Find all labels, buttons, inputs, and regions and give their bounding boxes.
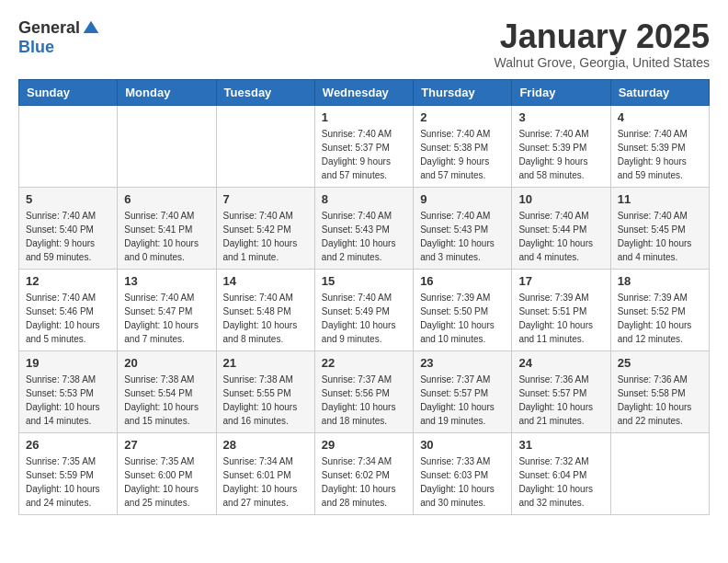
day-info: Sunrise: 7:40 AM Sunset: 5:48 PM Dayligh… <box>223 291 308 346</box>
day-number: 23 <box>420 356 505 370</box>
weekday-header-sunday: Sunday <box>19 79 118 105</box>
weekday-header-saturday: Saturday <box>610 79 709 105</box>
calendar-cell: 3Sunrise: 7:40 AM Sunset: 5:39 PM Daylig… <box>512 105 610 187</box>
day-number: 25 <box>618 356 702 370</box>
calendar-cell: 28Sunrise: 7:34 AM Sunset: 6:01 PM Dayli… <box>216 432 314 514</box>
calendar-cell: 30Sunrise: 7:33 AM Sunset: 6:03 PM Dayli… <box>414 432 512 514</box>
calendar-cell: 2Sunrise: 7:40 AM Sunset: 5:38 PM Daylig… <box>414 105 512 187</box>
week-row-3: 12Sunrise: 7:40 AM Sunset: 5:46 PM Dayli… <box>19 269 710 350</box>
day-info: Sunrise: 7:40 AM Sunset: 5:39 PM Dayligh… <box>518 127 603 182</box>
day-info: Sunrise: 7:40 AM Sunset: 5:47 PM Dayligh… <box>124 291 209 346</box>
svg-marker-0 <box>84 20 99 32</box>
day-number: 13 <box>124 274 209 288</box>
day-number: 6 <box>124 192 209 206</box>
calendar-cell: 6Sunrise: 7:40 AM Sunset: 5:41 PM Daylig… <box>118 187 216 269</box>
day-info: Sunrise: 7:39 AM Sunset: 5:52 PM Dayligh… <box>618 291 702 346</box>
calendar-cell: 4Sunrise: 7:40 AM Sunset: 5:39 PM Daylig… <box>610 105 709 187</box>
weekday-header-tuesday: Tuesday <box>216 79 314 105</box>
day-number: 19 <box>26 356 110 370</box>
day-number: 2 <box>420 110 505 124</box>
day-number: 4 <box>618 110 702 124</box>
calendar-cell: 27Sunrise: 7:35 AM Sunset: 6:00 PM Dayli… <box>118 432 216 514</box>
day-info: Sunrise: 7:35 AM Sunset: 6:00 PM Dayligh… <box>124 454 209 510</box>
calendar-cell: 23Sunrise: 7:37 AM Sunset: 5:57 PM Dayli… <box>414 350 512 432</box>
weekday-header-friday: Friday <box>512 79 610 105</box>
day-number: 14 <box>223 274 308 288</box>
day-number: 8 <box>322 192 406 206</box>
calendar-cell: 16Sunrise: 7:39 AM Sunset: 5:50 PM Dayli… <box>414 269 512 350</box>
day-info: Sunrise: 7:40 AM Sunset: 5:43 PM Dayligh… <box>420 209 505 264</box>
weekday-header-thursday: Thursday <box>414 79 512 105</box>
title-section: January 2025 Walnut Grove, Georgia, Unit… <box>495 18 710 70</box>
day-number: 31 <box>518 438 603 452</box>
day-number: 3 <box>518 110 603 124</box>
calendar-cell: 11Sunrise: 7:40 AM Sunset: 5:45 PM Dayli… <box>610 187 709 269</box>
day-info: Sunrise: 7:36 AM Sunset: 5:58 PM Dayligh… <box>618 373 702 428</box>
day-number: 21 <box>223 356 308 370</box>
calendar-cell: 9Sunrise: 7:40 AM Sunset: 5:43 PM Daylig… <box>414 187 512 269</box>
day-number: 7 <box>223 192 308 206</box>
calendar-cell: 19Sunrise: 7:38 AM Sunset: 5:53 PM Dayli… <box>19 350 118 432</box>
day-info: Sunrise: 7:34 AM Sunset: 6:02 PM Dayligh… <box>322 454 406 510</box>
logo: General Blue <box>18 18 100 57</box>
calendar-cell: 17Sunrise: 7:39 AM Sunset: 5:51 PM Dayli… <box>512 269 610 350</box>
calendar-cell: 26Sunrise: 7:35 AM Sunset: 5:59 PM Dayli… <box>19 432 118 514</box>
calendar-cell: 21Sunrise: 7:38 AM Sunset: 5:55 PM Dayli… <box>216 350 314 432</box>
weekday-header-wednesday: Wednesday <box>314 79 413 105</box>
day-number: 29 <box>322 438 406 452</box>
day-info: Sunrise: 7:36 AM Sunset: 5:57 PM Dayligh… <box>518 373 603 428</box>
day-info: Sunrise: 7:37 AM Sunset: 5:57 PM Dayligh… <box>420 373 505 428</box>
location: Walnut Grove, Georgia, United States <box>495 55 710 70</box>
day-number: 27 <box>124 438 209 452</box>
day-info: Sunrise: 7:38 AM Sunset: 5:53 PM Dayligh… <box>26 373 110 428</box>
day-info: Sunrise: 7:35 AM Sunset: 5:59 PM Dayligh… <box>26 454 110 510</box>
calendar-cell: 24Sunrise: 7:36 AM Sunset: 5:57 PM Dayli… <box>512 350 610 432</box>
calendar-cell: 15Sunrise: 7:40 AM Sunset: 5:49 PM Dayli… <box>314 269 413 350</box>
day-number: 11 <box>618 192 702 206</box>
calendar-cell: 13Sunrise: 7:40 AM Sunset: 5:47 PM Dayli… <box>118 269 216 350</box>
logo-blue-text: Blue <box>18 38 54 57</box>
calendar-cell: 29Sunrise: 7:34 AM Sunset: 6:02 PM Dayli… <box>314 432 413 514</box>
day-number: 9 <box>420 192 505 206</box>
day-number: 22 <box>322 356 406 370</box>
calendar-cell: 5Sunrise: 7:40 AM Sunset: 5:40 PM Daylig… <box>19 187 118 269</box>
week-row-4: 19Sunrise: 7:38 AM Sunset: 5:53 PM Dayli… <box>19 350 710 432</box>
day-info: Sunrise: 7:40 AM Sunset: 5:43 PM Dayligh… <box>322 209 406 264</box>
day-info: Sunrise: 7:40 AM Sunset: 5:45 PM Dayligh… <box>618 209 702 264</box>
calendar-cell <box>216 105 314 187</box>
day-number: 12 <box>26 274 110 288</box>
day-number: 24 <box>518 356 603 370</box>
day-number: 15 <box>322 274 406 288</box>
week-row-5: 26Sunrise: 7:35 AM Sunset: 5:59 PM Dayli… <box>19 432 710 514</box>
calendar-cell: 18Sunrise: 7:39 AM Sunset: 5:52 PM Dayli… <box>610 269 709 350</box>
day-info: Sunrise: 7:40 AM Sunset: 5:37 PM Dayligh… <box>322 127 406 182</box>
calendar-cell: 14Sunrise: 7:40 AM Sunset: 5:48 PM Dayli… <box>216 269 314 350</box>
weekday-header-monday: Monday <box>118 79 216 105</box>
day-info: Sunrise: 7:34 AM Sunset: 6:01 PM Dayligh… <box>223 454 308 510</box>
day-number: 20 <box>124 356 209 370</box>
day-number: 16 <box>420 274 505 288</box>
day-info: Sunrise: 7:40 AM Sunset: 5:44 PM Dayligh… <box>518 209 603 264</box>
calendar-cell: 7Sunrise: 7:40 AM Sunset: 5:42 PM Daylig… <box>216 187 314 269</box>
day-info: Sunrise: 7:33 AM Sunset: 6:03 PM Dayligh… <box>420 454 505 510</box>
day-info: Sunrise: 7:38 AM Sunset: 5:54 PM Dayligh… <box>124 373 209 428</box>
day-info: Sunrise: 7:40 AM Sunset: 5:40 PM Dayligh… <box>26 209 110 264</box>
day-info: Sunrise: 7:38 AM Sunset: 5:55 PM Dayligh… <box>223 373 308 428</box>
day-info: Sunrise: 7:39 AM Sunset: 5:50 PM Dayligh… <box>420 291 505 346</box>
calendar-cell <box>19 105 118 187</box>
day-info: Sunrise: 7:40 AM Sunset: 5:38 PM Dayligh… <box>420 127 505 182</box>
day-info: Sunrise: 7:40 AM Sunset: 5:41 PM Dayligh… <box>124 209 209 264</box>
day-info: Sunrise: 7:37 AM Sunset: 5:56 PM Dayligh… <box>322 373 406 428</box>
day-number: 5 <box>26 192 110 206</box>
calendar-cell <box>118 105 216 187</box>
day-info: Sunrise: 7:40 AM Sunset: 5:42 PM Dayligh… <box>223 209 308 264</box>
weekday-header-row: SundayMondayTuesdayWednesdayThursdayFrid… <box>19 79 710 105</box>
calendar-cell: 12Sunrise: 7:40 AM Sunset: 5:46 PM Dayli… <box>19 269 118 350</box>
day-number: 18 <box>618 274 702 288</box>
week-row-1: 1Sunrise: 7:40 AM Sunset: 5:37 PM Daylig… <box>19 105 710 187</box>
week-row-2: 5Sunrise: 7:40 AM Sunset: 5:40 PM Daylig… <box>19 187 710 269</box>
logo-general-text: General <box>18 18 80 38</box>
day-number: 28 <box>223 438 308 452</box>
day-info: Sunrise: 7:40 AM Sunset: 5:49 PM Dayligh… <box>322 291 406 346</box>
calendar-cell: 25Sunrise: 7:36 AM Sunset: 5:58 PM Dayli… <box>610 350 709 432</box>
